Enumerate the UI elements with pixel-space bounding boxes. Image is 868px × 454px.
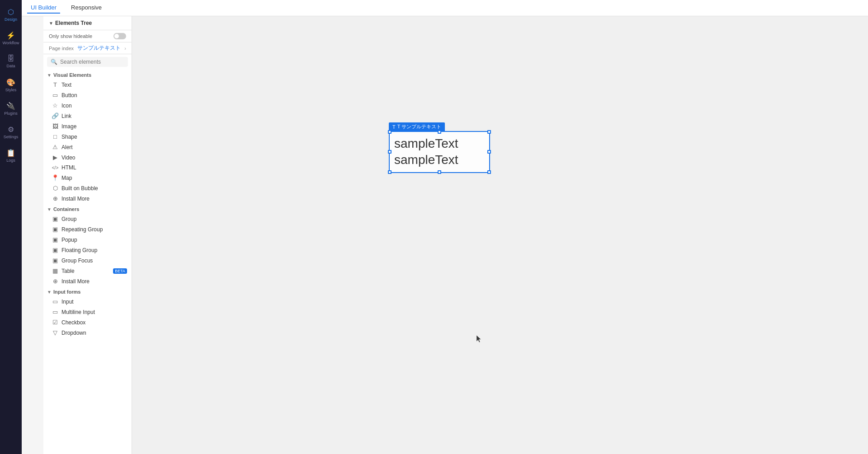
- containers-header[interactable]: ▼ Containers: [43, 204, 132, 214]
- element-html[interactable]: </> HTML: [44, 163, 131, 173]
- image-icon: 🖼: [52, 123, 59, 130]
- group-focus-icon: ▣: [52, 257, 59, 264]
- element-text-line1: sampleText sampleText: [394, 136, 485, 168]
- element-dropdown[interactable]: ▽ Dropdown: [44, 328, 131, 338]
- element-install-more-visual[interactable]: ⊕ Install More: [44, 193, 131, 204]
- resize-handle-bottom-center[interactable]: [438, 170, 441, 174]
- element-icon[interactable]: ☆ Icon: [44, 100, 131, 111]
- element-label: T T サンプルテキスト: [389, 122, 445, 131]
- sidebar-content: ▼ Visual Elements T Text ▭ Button ☆ Icon…: [43, 70, 132, 454]
- element-map[interactable]: 📍 Map: [44, 173, 131, 183]
- styles-icon: 🎨: [6, 78, 15, 87]
- text-icon: T: [52, 81, 59, 88]
- element-text[interactable]: T Text: [44, 80, 131, 90]
- nav-item-styles[interactable]: 🎨 Styles: [2, 74, 20, 96]
- map-icon: 📍: [52, 174, 59, 181]
- containers-collapse-icon: ▼: [47, 207, 52, 212]
- nav-item-design[interactable]: ⬡ Design: [2, 4, 20, 25]
- built-on-bubble-icon: ⬡: [52, 185, 59, 192]
- cursor: [476, 335, 482, 343]
- element-checkbox[interactable]: ☑ Checkbox: [44, 317, 131, 328]
- install-more-visual-icon: ⊕: [52, 195, 59, 202]
- element-install-more-containers[interactable]: ⊕ Install More: [44, 276, 131, 286]
- element-video[interactable]: ▶ Video: [44, 152, 131, 163]
- element-alert[interactable]: ⚠ Alert: [44, 142, 131, 152]
- input-forms-header[interactable]: ▼ Input forms: [43, 286, 132, 296]
- label-text-icon: T: [392, 124, 396, 130]
- element-popup[interactable]: ▣ Popup: [44, 234, 131, 245]
- element-box[interactable]: sampleText sampleText: [389, 131, 490, 173]
- element-group-focus[interactable]: ▣ Group Focus: [44, 255, 131, 266]
- element-table[interactable]: ▦ Table BETA: [44, 266, 131, 276]
- resize-handle-top-right[interactable]: [487, 130, 491, 134]
- element-repeating-group[interactable]: ▣ Repeating Group: [44, 224, 131, 234]
- icon-icon: ☆: [52, 102, 59, 109]
- element-built-on-bubble[interactable]: ⬡ Built on Bubble: [44, 183, 131, 193]
- resize-handle-bottom-right[interactable]: [487, 170, 491, 174]
- logs-icon: 📋: [6, 149, 15, 157]
- element-input[interactable]: ▭ Input: [44, 296, 131, 307]
- resize-handle-top-left[interactable]: [388, 130, 392, 134]
- resize-handle-bottom-left[interactable]: [388, 170, 392, 174]
- element-shape[interactable]: □ Shape: [44, 131, 131, 142]
- element-multiline-input[interactable]: ▭ Multiline Input: [44, 307, 131, 317]
- nav-item-plugins[interactable]: 🔌 Plugins: [2, 98, 20, 119]
- sidebar: ▼ Elements Tree Only show hideable Page …: [43, 16, 132, 454]
- canvas-area[interactable]: T T サンプルテキスト sampleText sampleText: [132, 16, 868, 454]
- visual-elements-header[interactable]: ▼ Visual Elements: [43, 70, 132, 80]
- page-index-row: Page index サンプルテキスト ›: [43, 42, 132, 54]
- design-icon: ⬡: [8, 8, 14, 16]
- sidebar-header: ▼ Elements Tree: [43, 16, 132, 30]
- elements-tree-label: ▼ Elements Tree: [49, 20, 126, 26]
- only-show-hideable-row: Only show hideable: [43, 30, 132, 42]
- table-icon: ▦: [52, 267, 59, 274]
- input-icon: ▭: [52, 298, 59, 305]
- only-show-hideable-toggle[interactable]: [113, 33, 126, 39]
- search-input[interactable]: [60, 59, 128, 65]
- tab-responsive[interactable]: Responsive: [67, 2, 105, 14]
- top-bar: UI Builder Responsive: [22, 0, 868, 16]
- repeating-group-icon: ▣: [52, 226, 59, 233]
- settings-icon: ⚙: [8, 125, 14, 134]
- nav-item-workflow[interactable]: ⚡ Workflow: [2, 27, 20, 49]
- resize-handle-middle-right[interactable]: [487, 150, 491, 154]
- vertical-nav: ⬡ Design ⚡ Workflow 🗄 Data 🎨 Styles 🔌 Pl…: [0, 0, 22, 454]
- search-box: 🔍: [47, 57, 128, 67]
- alert-icon: ⚠: [52, 144, 59, 150]
- nav-item-data[interactable]: 🗄 Data: [2, 51, 20, 72]
- workflow-icon: ⚡: [6, 31, 15, 40]
- popup-icon: ▣: [52, 236, 59, 243]
- video-icon: ▶: [52, 154, 59, 161]
- element-image[interactable]: 🖼 Image: [44, 121, 131, 131]
- multiline-input-icon: ▭: [52, 309, 59, 315]
- element-link[interactable]: 🔗 Link: [44, 111, 131, 121]
- nav-item-settings[interactable]: ⚙ Settings: [2, 121, 20, 143]
- resize-handle-middle-left[interactable]: [388, 150, 392, 154]
- tab-ui-builder[interactable]: UI Builder: [27, 2, 60, 14]
- checkbox-icon: ☑: [52, 319, 59, 326]
- nav-item-logs[interactable]: 📋 Logs: [2, 145, 20, 166]
- install-more-containers-icon: ⊕: [52, 278, 59, 285]
- element-button[interactable]: ▭ Button: [44, 90, 131, 100]
- data-icon: 🗄: [7, 55, 14, 63]
- input-forms-collapse-icon: ▼: [47, 290, 52, 295]
- page-index-arrow: ›: [124, 46, 126, 51]
- floating-group-icon: ▣: [52, 247, 59, 253]
- resize-handle-top-center[interactable]: [438, 130, 441, 134]
- visual-elements-collapse-icon: ▼: [47, 73, 52, 78]
- collapse-tree-icon[interactable]: ▼: [49, 21, 53, 26]
- table-beta-badge: BETA: [113, 268, 127, 274]
- canvas-text-element[interactable]: T T サンプルテキスト sampleText sampleText: [389, 122, 490, 173]
- page-name[interactable]: サンプルテキスト: [77, 44, 121, 52]
- dropdown-icon: ▽: [52, 329, 59, 336]
- link-icon: 🔗: [52, 112, 59, 119]
- shape-icon: □: [52, 133, 59, 140]
- html-icon: </>: [52, 165, 59, 170]
- element-group[interactable]: ▣ Group: [44, 214, 131, 224]
- element-floating-group[interactable]: ▣ Floating Group: [44, 245, 131, 255]
- button-icon: ▭: [52, 92, 59, 98]
- search-icon: 🔍: [51, 59, 57, 65]
- main-layout: ▼ Elements Tree Only show hideable Page …: [43, 16, 868, 454]
- group-icon: ▣: [52, 215, 59, 222]
- plugins-icon: 🔌: [6, 102, 15, 110]
